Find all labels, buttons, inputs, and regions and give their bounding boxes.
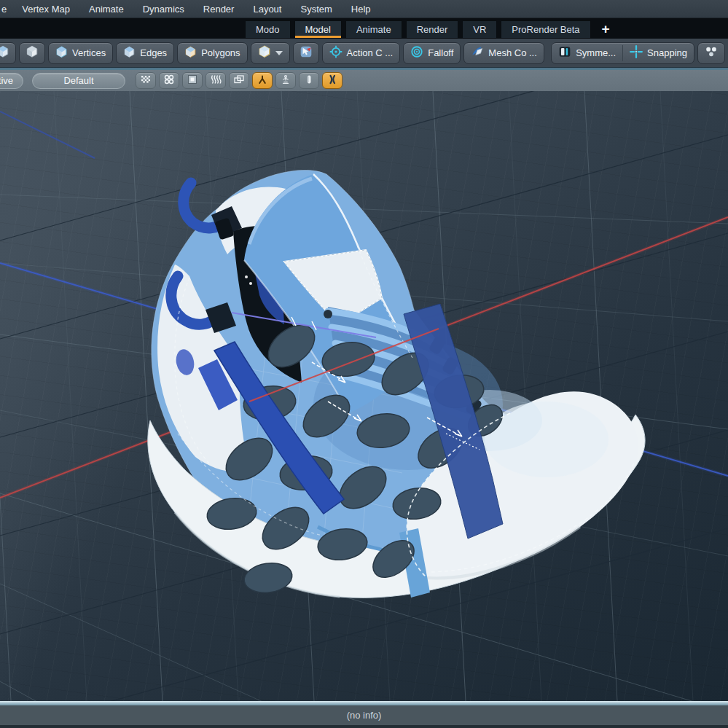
- auto-select-icon: [300, 45, 313, 60]
- menu-item-animate[interactable]: Animate: [79, 4, 133, 15]
- menu-item-vertex-map[interactable]: Vertex Map: [12, 4, 79, 15]
- snapping-button[interactable]: Snapping: [623, 43, 694, 63]
- tongue-dot: [249, 282, 252, 285]
- snapping-label: Snapping: [647, 47, 687, 58]
- sneaker-model[interactable]: [148, 171, 645, 598]
- edges-mode-button[interactable]: Edges: [116, 42, 174, 64]
- polygons-label: Polygons: [201, 47, 240, 58]
- person-scale-toggle-button[interactable]: [252, 72, 273, 89]
- fur-waves-icon: [210, 74, 222, 87]
- viewport-scene: [0, 91, 728, 701]
- add-layout-tab-button[interactable]: +: [595, 20, 617, 38]
- uv-overlap-toggle-button[interactable]: [229, 72, 249, 89]
- falloff-button[interactable]: Falloff: [403, 42, 461, 64]
- tongue-dot: [245, 275, 248, 278]
- viewport-3d[interactable]: [0, 91, 728, 701]
- falloff-icon: [410, 45, 423, 60]
- four-circles-icon: [163, 74, 175, 87]
- layout-tab-bar: Modo Model Animate Render VR ProRender B…: [0, 18, 728, 39]
- status-text: (no info): [347, 710, 382, 721]
- menu-item-help[interactable]: Help: [342, 4, 380, 15]
- shaded-view-toggle-button[interactable]: [182, 72, 203, 89]
- menu-item-system[interactable]: System: [291, 4, 341, 15]
- dither-toggle-button[interactable]: [136, 72, 156, 89]
- vertices-label: Vertices: [72, 47, 106, 58]
- items-mode-button[interactable]: [251, 42, 290, 64]
- menu-bar: e Vertex Map Animate Dynamics Render Lay…: [0, 0, 728, 18]
- z-axis-segment: [0, 111, 95, 158]
- view-preset-dropdown[interactable]: Default: [32, 73, 125, 89]
- symmetry-snapping-group: Symme... Snapping: [551, 42, 694, 64]
- toe-highlight: [485, 402, 608, 477]
- snapping-icon: [630, 45, 643, 60]
- status-bar: (no info): [0, 705, 728, 725]
- shaded-square-icon: [187, 74, 198, 87]
- menu-item-render[interactable]: Render: [194, 4, 244, 15]
- tab-model[interactable]: Model: [294, 20, 342, 38]
- tab-render[interactable]: Render: [406, 20, 459, 38]
- bottom-strip: [0, 725, 728, 728]
- select-mode-button-2[interactable]: [19, 42, 45, 64]
- tab-modo[interactable]: Modo: [245, 20, 291, 38]
- uv-brackets-icon: [326, 74, 338, 87]
- person-icon: [257, 74, 268, 87]
- tab-animate[interactable]: Animate: [345, 20, 402, 38]
- cube-item-icon: [258, 45, 271, 60]
- edges-label: Edges: [140, 47, 167, 58]
- mesh-constraint-icon: [471, 45, 484, 60]
- cube-gray-icon: [26, 45, 39, 60]
- action-center-button[interactable]: Action C ...: [322, 42, 401, 64]
- tab-vr[interactable]: VR: [462, 20, 497, 38]
- action-center-label: Action C ...: [347, 47, 394, 58]
- fur-toggle-button[interactable]: [206, 72, 226, 89]
- select-mode-button-clipped[interactable]: [0, 42, 16, 64]
- overlap-rects-icon: [233, 74, 245, 87]
- capsule-icon: [303, 74, 315, 87]
- cube-icon: [55, 46, 68, 60]
- mesh-constraint-button[interactable]: Mesh Co ...: [463, 42, 544, 64]
- chevron-down-icon: [275, 51, 283, 55]
- item-cluster-button[interactable]: [697, 42, 725, 64]
- symmetry-icon: [558, 45, 571, 60]
- falloff-label: Falloff: [428, 47, 453, 58]
- statue-toggle-button[interactable]: [275, 72, 296, 89]
- cube-icon: [123, 46, 136, 60]
- capsule-toggle-button[interactable]: [299, 72, 319, 89]
- statue-icon: [280, 74, 291, 87]
- vertices-mode-button[interactable]: Vertices: [48, 42, 113, 64]
- cube-icon: [184, 46, 197, 60]
- wireframe-circles-toggle-button[interactable]: [159, 72, 179, 89]
- polygons-mode-button[interactable]: Polygons: [177, 42, 247, 64]
- item-cluster-icon: [704, 45, 719, 60]
- shading-mode-dropdown[interactable]: tive: [0, 73, 23, 89]
- menu-item-layout[interactable]: Layout: [243, 4, 291, 15]
- uv-brackets-toggle-button[interactable]: [322, 72, 343, 89]
- menu-item-clipped[interactable]: e: [0, 4, 12, 15]
- mesh-constraint-label: Mesh Co ...: [488, 47, 536, 58]
- cube-icon: [0, 45, 9, 60]
- selection-mode-toolbar: Vertices Edges Polygons: [0, 39, 728, 67]
- action-center-icon: [329, 45, 343, 60]
- modo-application-window: e Vertex Map Animate Dynamics Render Lay…: [0, 0, 728, 728]
- symmetry-button[interactable]: Symme...: [552, 43, 622, 63]
- dither-pattern-icon: [140, 74, 152, 87]
- auto-select-button[interactable]: [293, 42, 319, 64]
- menu-item-dynamics[interactable]: Dynamics: [133, 4, 194, 15]
- viewport-toolbar: tive Default: [0, 70, 728, 91]
- symmetry-label: Symme...: [576, 47, 616, 58]
- tab-prorender-beta[interactable]: ProRender Beta: [501, 20, 590, 38]
